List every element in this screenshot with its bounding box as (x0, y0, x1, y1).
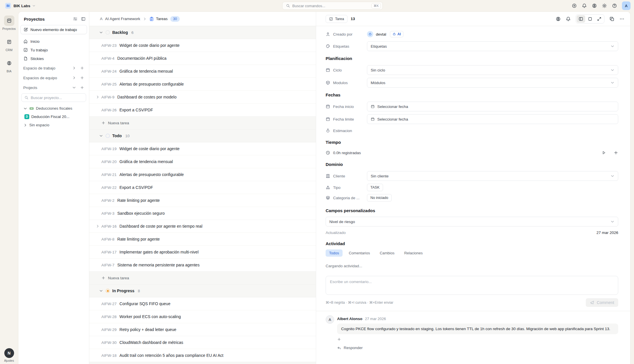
task-row[interactable]: AIFW-30CloudWatch dashboard de métricas (89, 336, 316, 349)
task-row[interactable]: AIFW-18Audit trail con retención 5 años … (89, 349, 316, 362)
project-group-sin-espacio[interactable]: Sin espacio (20, 121, 87, 129)
group-header-backlog[interactable]: Backlog6 (89, 26, 316, 39)
workspace-switcher[interactable]: BI BIK Labs (5, 0, 36, 11)
chev-right-icon (96, 224, 100, 228)
subscribe-bell-button[interactable] (566, 16, 571, 22)
tab-todos[interactable]: Todos (326, 249, 343, 257)
category-badge[interactable]: No iniciado (367, 194, 392, 202)
tab-cambios[interactable]: Cambios (376, 249, 398, 257)
side-peek-button[interactable] (577, 15, 585, 23)
chevron-right-icon[interactable] (72, 76, 76, 80)
user-avatar[interactable]: A (622, 1, 631, 10)
add-time-button[interactable] (614, 150, 618, 155)
chevron-down-icon[interactable] (72, 86, 76, 90)
rail-item-proyectos[interactable]: Proyectos (2, 16, 16, 30)
risk-level-select[interactable]: Nivel de riesgo (326, 217, 618, 226)
tab-comentarios[interactable]: Comentarios (345, 249, 374, 257)
due-date-picker[interactable]: Seleccionar fecha (367, 114, 618, 124)
filter-settings-icon[interactable] (73, 17, 78, 21)
create-new-button[interactable] (572, 3, 577, 8)
project-item-deduccion-fiscal[interactable]: D Deducción Fiscal 20... (20, 113, 87, 121)
task-row[interactable]: AIFW-27Configurar SQS FIFO queue (89, 297, 316, 310)
date-placeholder: Seleccionar fecha (377, 117, 408, 121)
new-task-button[interactable]: Nueva tarea (89, 272, 316, 284)
settings-button[interactable] (602, 3, 607, 8)
rail-item-crm[interactable]: CRM (4, 37, 14, 52)
reply-button[interactable]: Responder (337, 346, 618, 350)
new-task-button[interactable]: Nueva tarea (89, 117, 316, 129)
add-icon[interactable] (80, 86, 84, 90)
collapse-sidebar-icon[interactable] (81, 17, 86, 21)
sidebar-section-espacios-de-equipo[interactable]: Espacios de equipo (20, 73, 87, 82)
ai-assistant-button[interactable] (592, 3, 597, 8)
type-badge[interactable]: TASK (367, 184, 383, 191)
task-row[interactable]: AIFW-7Sistema de memoria persistente par… (89, 259, 316, 272)
task-row[interactable]: AIFW-2Rate limiting por agente (89, 194, 316, 207)
new-work-item-button[interactable]: Nuevo elemento de trabajo (20, 25, 87, 34)
new-task-button[interactable]: Nueva tarea (89, 362, 316, 364)
task-row[interactable]: AIFW-8Rate limiting por agente (89, 233, 316, 246)
breadcrumb-project[interactable]: AI Agent Framework (105, 17, 140, 21)
ai-brain-button[interactable] (556, 16, 561, 22)
start-timer-button[interactable] (602, 150, 606, 155)
group-header-todo[interactable]: Todo10 (89, 129, 316, 142)
sidebar-section-projects[interactable]: Projects (20, 83, 87, 92)
sidebar-item-inicio[interactable]: Inicio (20, 37, 87, 46)
submit-comment-button[interactable]: Comment (586, 298, 618, 307)
chev-right-icon (96, 95, 100, 99)
task-row[interactable]: AIFW-25Alertas de presupuesto configurab… (89, 78, 316, 91)
search-icon (286, 4, 290, 8)
field-label: Categoria de ... (333, 196, 359, 200)
breadcrumb-page[interactable]: Tareas (156, 17, 168, 21)
task-title: Export a CSV/PDF (119, 185, 153, 190)
more-options-button[interactable] (619, 16, 625, 22)
task-row[interactable]: AIFW-16Dashboard de coste por agente en … (89, 220, 316, 233)
task-row[interactable]: AIFW-21Alertas de presupuesto configurab… (89, 168, 316, 181)
new-task-label: Nueva tarea (108, 121, 129, 125)
command-search-input[interactable]: Buscar comandos... ⌘K (282, 2, 383, 10)
tab-relaciones[interactable]: Relaciones (401, 249, 426, 257)
task-row[interactable]: AIFW-29Retry policy + dead letter queue (89, 323, 316, 336)
add-icon[interactable] (80, 76, 84, 80)
comment-editor[interactable]: Escribe un comentario... (326, 276, 618, 295)
chevron-down-icon (610, 68, 614, 72)
created-by-user[interactable]: devtal (376, 32, 386, 36)
task-id: AIFW-28 (101, 315, 117, 319)
notifications-button[interactable] (582, 3, 587, 8)
modal-peek-button[interactable] (586, 15, 594, 23)
rail-item-bia[interactable]: BIA (4, 58, 14, 73)
modules-select[interactable]: Módulos (367, 78, 618, 88)
help-button[interactable] (612, 3, 617, 8)
task-row[interactable]: AIFW-3Sandbox ejecución seguro (89, 207, 316, 220)
sidebar-item-stickies[interactable]: Stickies (20, 54, 87, 63)
task-row[interactable]: AIFW-22Export a CSV/PDF (89, 181, 316, 194)
task-row[interactable]: AIFW-26Export a CSV/PDF (89, 104, 316, 117)
task-row[interactable]: AIFW-19Widget de coste diario por agente (89, 142, 316, 155)
add-reaction-button[interactable] (337, 337, 618, 342)
task-row[interactable]: AIFW-24Gráfica de tendencia mensual (89, 65, 316, 78)
copy-link-button[interactable] (609, 16, 614, 22)
task-row[interactable]: AIFW-4Documentación API pública (89, 52, 316, 65)
full-screen-button[interactable] (595, 15, 604, 23)
start-date-picker[interactable]: Seleccionar fecha (367, 102, 618, 111)
task-row[interactable]: AIFW-28Worker pool ECS con auto-scaling (89, 310, 316, 323)
chevron-right-icon[interactable] (72, 66, 76, 70)
task-row[interactable]: AIFW-9Dashboard de costes por modelo (89, 91, 316, 104)
project-search-input[interactable]: Buscar proyecto... (21, 93, 86, 102)
cycle-select[interactable]: Sin ciclo (367, 65, 618, 75)
work-item-type-pill[interactable]: Tarea (326, 15, 347, 23)
task-row[interactable]: AIFW-23Widget de coste diario por agente (89, 39, 316, 52)
group-header-in-progress[interactable]: In Progress8 (89, 284, 316, 297)
labels-select[interactable]: Etiquetas (367, 41, 618, 51)
task-row[interactable]: AIFW-20Gráfica de tendencia mensual (89, 155, 316, 168)
sidebar-item-tu-trabajo[interactable]: Tu trabajo (20, 46, 87, 54)
client-select[interactable]: Sin cliente (367, 171, 618, 181)
rail-settings[interactable]: N Ajustes (4, 348, 14, 362)
sidebar-section-espacio-de-trabajo[interactable]: Espacio de trabajo (20, 63, 87, 73)
project-group-deducciones-fiscales[interactable]: Deducciones fiscales (20, 104, 87, 113)
add-icon[interactable] (80, 66, 84, 70)
ai-badge-label: AI (397, 32, 401, 36)
task-row[interactable]: AIFW-17Implementar gates de aprobación m… (89, 246, 316, 259)
app-rail: Proyectos CRM BIA N Ajustes (0, 11, 18, 364)
time-logged-value: 0.0h registradas (333, 151, 361, 155)
